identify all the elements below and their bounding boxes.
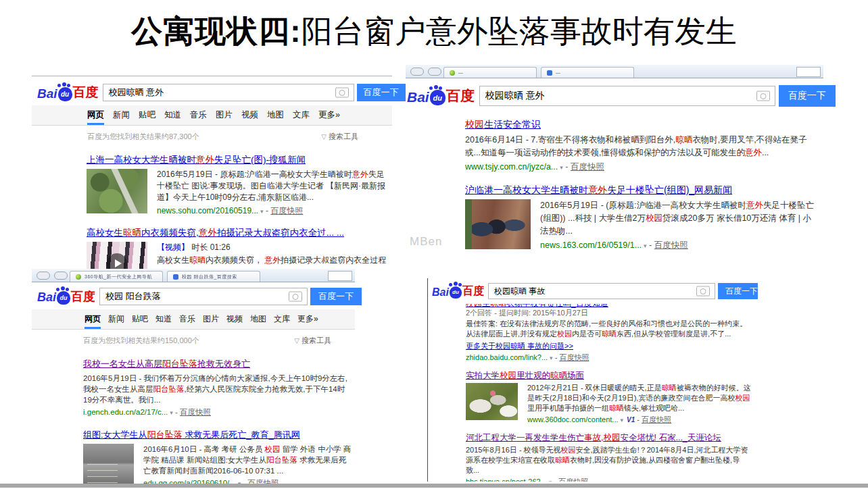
serp-tab-2[interactable]: 新闻 bbox=[108, 309, 124, 329]
baidu-snapshot-link[interactable]: 百度快照 bbox=[270, 206, 303, 215]
search-input[interactable] bbox=[100, 292, 307, 302]
baidu-header: Baidu百度 百度一下 bbox=[32, 76, 392, 105]
serp-tab-1[interactable]: 网页 bbox=[87, 105, 104, 125]
baidu-snapshot-link[interactable]: 百度快照 bbox=[559, 353, 589, 361]
baidu-logo[interactable]: Baidu百度 bbox=[432, 284, 484, 299]
search-box bbox=[99, 288, 308, 305]
result-url-line: news.163.com/16/0519/1...▾ - 百度快照 bbox=[540, 240, 814, 251]
url-separator: - bbox=[552, 478, 558, 482]
serp-tab-3[interactable]: 贴吧 bbox=[139, 105, 155, 125]
browser-tab[interactable]: 校园 阳台跌落_百度搜索 bbox=[167, 271, 260, 282]
baidu-snapshot-link[interactable]: 百度快照 bbox=[642, 415, 671, 423]
result-title-link[interactable]: 我校一名女生从高层阳台坠落抢救无效身亡 bbox=[83, 358, 250, 370]
serp-nav-tabs: 网页新闻贴吧知道音乐图片视频地图文库更多» bbox=[32, 309, 355, 330]
serp-tab-7[interactable]: 视频 bbox=[241, 105, 258, 125]
serp-tab-10[interactable]: 更多» bbox=[318, 105, 340, 125]
browser-tab[interactable]: — bbox=[443, 67, 537, 78]
serp-tab-4[interactable]: 知道 bbox=[164, 105, 181, 125]
result-snippet: 2016年6月14日 - 7.寄宿生不得将衣物和棉被晒到阳台外,晾晒衣物时,要用… bbox=[465, 134, 814, 159]
browser-forward-button[interactable] bbox=[54, 272, 68, 280]
search-button[interactable]: 百度一下 bbox=[357, 84, 406, 101]
search-tools-button[interactable]: ▽搜索工具 bbox=[294, 336, 331, 346]
serp-tab-9[interactable]: 文库 bbox=[293, 105, 310, 125]
serp-tab-5[interactable]: 音乐 bbox=[179, 309, 195, 329]
url-dropdown-icon[interactable]: ▾ bbox=[621, 417, 624, 423]
result-url: zhidao.baidu.com/link?... bbox=[466, 353, 548, 361]
result-body: 2016年6月14日 - 7.寄宿生不得将衣物和棉被晒到阳台外,晾晒衣物时,要用… bbox=[465, 134, 814, 173]
funnel-icon: ▽ bbox=[294, 337, 299, 344]
camera-icon[interactable] bbox=[756, 91, 770, 101]
baidu-logo[interactable]: Baidu百度 bbox=[37, 84, 99, 101]
result-title-link[interactable]: 校园里晾晒衣物学校有责任吗_百度知道 bbox=[466, 304, 752, 308]
serp-tab-10[interactable]: 更多» bbox=[297, 309, 318, 329]
tab-favicon bbox=[547, 70, 552, 76]
result-count: 百度为您找到相关结果约87,300个 bbox=[87, 132, 199, 142]
browser-back-button[interactable] bbox=[410, 68, 424, 76]
camera-icon[interactable] bbox=[289, 292, 302, 302]
result-content-row: 2015年8月16日 - 校领导无视校园安全,践踏学生生命!？2014年8月4日… bbox=[466, 445, 752, 482]
url-separator: - bbox=[173, 408, 180, 416]
result-thumbnail-cctv[interactable] bbox=[83, 444, 134, 486]
baidu-snapshot-link[interactable]: 百度快照 bbox=[180, 408, 211, 416]
search-input[interactable] bbox=[103, 88, 354, 98]
serp-tab-2[interactable]: 新闻 bbox=[113, 105, 130, 125]
browser-tab[interactable]: — bbox=[541, 67, 634, 78]
serp-tab-6[interactable]: 图片 bbox=[203, 309, 219, 329]
baidu-logo[interactable]: Baidu百度 bbox=[407, 86, 475, 105]
search-tools-button[interactable]: ▽搜索工具 bbox=[321, 132, 358, 142]
search-button[interactable]: 百度一下 bbox=[310, 288, 362, 305]
baidu-serp-screenshot-bottom-left: 360导航_新一代安全上网导航 校园 阳台跌落_百度搜索 Baidu百度 百度一… bbox=[32, 269, 355, 489]
result-title-link[interactable]: 高校女生晾晒内衣频频失窃,意外拍摄记录大叔盗窃内衣全过... ... bbox=[87, 227, 344, 239]
search-button[interactable]: 百度一下 bbox=[779, 85, 836, 107]
baidu-logo-du: du bbox=[430, 93, 445, 101]
baidu-header: Baidu百度 百度一下 bbox=[406, 78, 823, 113]
baidu-v1-badge: V1 bbox=[627, 416, 635, 423]
serp-tab-9[interactable]: 文库 bbox=[274, 309, 290, 329]
tab-favicon bbox=[173, 274, 178, 280]
result-title-link[interactable]: 实拍大学校园里壮观的晾晒场面 bbox=[466, 370, 584, 382]
baidu-header: Baidu百度 百度一下 bbox=[32, 282, 355, 309]
baidu-paw-icon: du bbox=[58, 87, 72, 101]
search-input[interactable] bbox=[480, 91, 775, 101]
search-result: 沪临港一高校女大学生晒被时意外失足十楼坠亡(组图)_网易新闻2016年5月19日… bbox=[465, 184, 814, 251]
result-thumbnail-campus[interactable] bbox=[87, 169, 147, 213]
search-input[interactable] bbox=[489, 286, 715, 296]
result-thumbnail-people[interactable] bbox=[465, 199, 531, 249]
watermark: MBen bbox=[410, 235, 442, 249]
result-content-row: 2016年6月10日 - 高考 考研 公务员 校园 留学 外语 中小学 商学院 … bbox=[83, 444, 352, 488]
search-button[interactable]: 百度一下 bbox=[718, 283, 758, 299]
result-snippet: 2016年5月19日 - 原标题:沪临港一高校女大学生晒被时意外失足十楼坠亡 图… bbox=[157, 169, 388, 203]
browser-forward-button[interactable] bbox=[428, 68, 441, 76]
serp-tab-1[interactable]: 网页 bbox=[85, 309, 101, 329]
serp-tab-6[interactable]: 图片 bbox=[216, 105, 233, 125]
result-thumbnail-quilts[interactable] bbox=[466, 383, 518, 420]
result-url: bbs.tianya.cn/post-262... bbox=[466, 478, 547, 482]
browser-back-button[interactable] bbox=[37, 272, 50, 280]
serp-tab-7[interactable]: 视频 bbox=[226, 309, 243, 329]
camera-icon[interactable] bbox=[335, 88, 349, 98]
serp-tab-4[interactable]: 知道 bbox=[155, 309, 172, 329]
result-body: 2016年6月10日 - 高考 考研 公务员 校园 留学 外语 中小学 商学院 … bbox=[143, 444, 352, 488]
serp-tab-5[interactable]: 音乐 bbox=[190, 105, 207, 125]
search-result: 我校一名女生从高层阳台坠落抢救无效身亡2016年5月19日 - 我们怀着万分沉痛… bbox=[83, 357, 352, 417]
result-title-link[interactable]: 校园生活安全常识 bbox=[465, 119, 541, 131]
camera-icon[interactable] bbox=[696, 286, 710, 297]
result-body: 2016年5月19日 - 我们怀着万分沉痛的心情向大家通报,今天上午10时9分左… bbox=[83, 373, 352, 417]
serp-tab-3[interactable]: 贴吧 bbox=[132, 309, 148, 329]
baidu-serp-screenshot-top-left: Baidu百度 百度一下 网页新闻贴吧知道音乐图片视频地图文库更多» 百度为您找… bbox=[32, 76, 392, 294]
serp-tab-8[interactable]: 地图 bbox=[267, 105, 284, 125]
result-title-link[interactable]: 河北工程大学一再发生学生伤亡事故,校园安全堪忧! 石家..._天涯论坛 bbox=[466, 432, 721, 444]
serp-tab-8[interactable]: 地图 bbox=[250, 309, 266, 329]
result-title-link[interactable]: 组图:女大学生从阳台坠落 求救无果后死亡_教育_腾讯网 bbox=[83, 429, 300, 441]
result-title-link[interactable]: 沪临港一高校女大学生晒被时意外失足十楼坠亡(组图)_网易新闻 bbox=[465, 184, 732, 197]
result-url-line: www.360doc.com/content...▾V1 - 百度快照 bbox=[527, 415, 752, 425]
baidu-snapshot-link[interactable]: 百度快照 bbox=[654, 240, 688, 250]
browser-tab[interactable]: 360导航_新一代安全上网导航 bbox=[70, 271, 163, 282]
baidu-logo[interactable]: Baidu百度 bbox=[37, 288, 95, 305]
result-body: 2016年5月19日 - (原标题:沪临港一高校女大学生晒被时意外失足十楼坠亡(… bbox=[540, 199, 814, 251]
result-title-link[interactable]: 上海一高校女大学生晒被时意外失足坠亡(图)-搜狐新闻 bbox=[87, 154, 306, 166]
baidu-snapshot-link[interactable]: 百度快照 bbox=[571, 162, 604, 172]
more-results-link[interactable]: 更多关于校园晾晒 事故的问题>> bbox=[466, 341, 573, 351]
slide-bottom-bar bbox=[0, 484, 868, 488]
baidu-snapshot-link[interactable]: 百度快照 bbox=[558, 478, 588, 482]
